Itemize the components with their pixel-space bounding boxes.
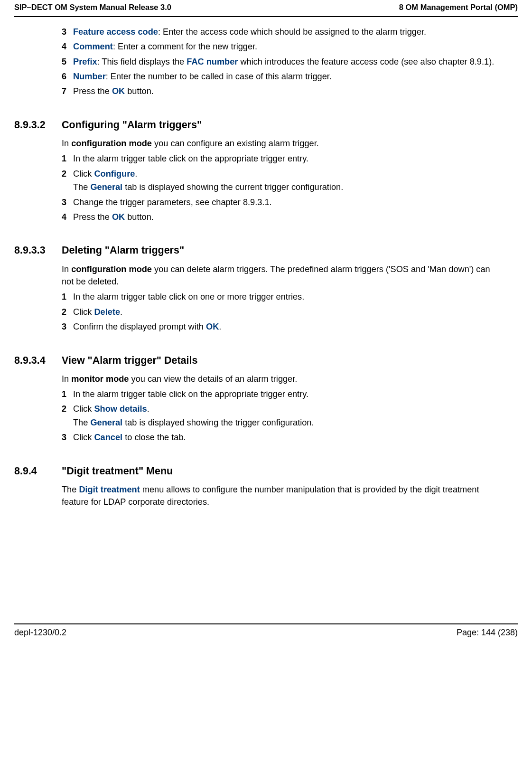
- section-heading: 8.9.3.4 View "Alarm trigger" Details: [14, 353, 504, 368]
- section-number: 8.9.4: [14, 464, 62, 479]
- text: button.: [125, 86, 154, 96]
- term-prefix: Prefix: [73, 57, 97, 66]
- section-intro: In configuration mode you can delete ala…: [62, 263, 504, 288]
- term-digit-treatment: Digit treatment: [79, 485, 140, 494]
- text: : Enter a comment for the new trigger.: [113, 42, 257, 51]
- list-item: 4 Press the OK button.: [62, 211, 504, 223]
- section-heading: 8.9.4 "Digit treatment" Menu: [14, 464, 504, 479]
- text: Press the: [73, 86, 112, 96]
- text: which introduces the feature access code…: [238, 57, 494, 66]
- text: tab is displayed showing the current tri…: [122, 182, 343, 192]
- text: Click: [73, 404, 94, 414]
- list-item: 2 Click Show details. The General tab is…: [62, 403, 504, 429]
- section-intro: In configuration mode you can configure …: [62, 137, 504, 150]
- term-monitor-mode: monitor mode: [71, 374, 129, 384]
- text: : This field displays the: [97, 57, 187, 66]
- list-body: Comment: Enter a comment for the new tri…: [73, 40, 504, 53]
- section-number: 8.9.3.4: [14, 353, 62, 368]
- text: you can configure an existing alarm trig…: [152, 139, 319, 148]
- list-number: 4: [62, 40, 73, 53]
- list-number: 5: [62, 56, 73, 68]
- list-number: 2: [62, 306, 73, 318]
- text: .: [147, 404, 149, 414]
- term-comment: Comment: [73, 42, 113, 51]
- term-feature-access-code: Feature access code: [73, 27, 158, 37]
- text: button.: [125, 212, 154, 222]
- list-body: In the alarm trigger table click on the …: [73, 388, 504, 400]
- list-body: In the alarm trigger table click on one …: [73, 291, 504, 303]
- list-item: 2 Click Delete.: [62, 306, 504, 318]
- text: you can view the details of an alarm tri…: [129, 374, 297, 384]
- text: Press the: [73, 212, 112, 222]
- list-number: 7: [62, 85, 73, 97]
- list-number: 3: [62, 196, 73, 208]
- section-intro: In monitor mode you can view the details…: [62, 373, 504, 385]
- term-config-mode: configuration mode: [71, 264, 152, 274]
- footer-rule: [14, 623, 518, 624]
- list-item: 3 Click Cancel to close the tab.: [62, 431, 504, 443]
- footer-left: depl-1230/0.2: [14, 626, 66, 639]
- sub-text: The General tab is displayed showing the…: [73, 181, 504, 193]
- list-item: 3 Feature access code: Enter the access …: [62, 26, 504, 38]
- term-cancel: Cancel: [94, 433, 122, 442]
- text: .: [219, 322, 221, 331]
- list-number: 3: [62, 321, 73, 333]
- list-item: 4 Comment: Enter a comment for the new t…: [62, 40, 504, 53]
- list-item: 7 Press the OK button.: [62, 85, 504, 97]
- text: The: [73, 182, 90, 192]
- list-body: Click Show details. The General tab is d…: [73, 403, 504, 429]
- list-body: Press the OK button.: [73, 85, 504, 97]
- list-item: 6 Number: Enter the number to be called …: [62, 70, 504, 83]
- list-item: 1 In the alarm trigger table click on on…: [62, 291, 504, 303]
- text: In: [62, 139, 71, 148]
- term-general: General: [90, 182, 122, 192]
- term-delete: Delete: [94, 307, 120, 317]
- section-number: 8.9.3.2: [14, 118, 62, 132]
- list-number: 3: [62, 26, 73, 38]
- text: tab is displayed showing the trigger con…: [122, 418, 314, 427]
- list-body: Click Configure. The General tab is disp…: [73, 168, 504, 194]
- list-body: Press the OK button.: [73, 211, 504, 223]
- text: In: [62, 374, 71, 384]
- text: : Enter the number to be called in case …: [106, 72, 332, 81]
- list-body: Confirm the displayed prompt with OK.: [73, 321, 504, 333]
- list-number: 1: [62, 152, 73, 165]
- list-body: In the alarm trigger table click on the …: [73, 152, 504, 165]
- list-number: 1: [62, 388, 73, 400]
- section-heading: 8.9.3.2 Configuring "Alarm triggers": [14, 118, 504, 132]
- section-title: Configuring "Alarm triggers": [62, 118, 504, 132]
- list-body: Click Cancel to close the tab.: [73, 431, 504, 443]
- list-item: 5 Prefix: This field displays the FAC nu…: [62, 56, 504, 68]
- list-number: 4: [62, 211, 73, 223]
- text: Confirm the displayed prompt with: [73, 322, 206, 331]
- list-body: Feature access code: Enter the access co…: [73, 26, 504, 38]
- list-body: Number: Enter the number to be called in…: [73, 70, 504, 83]
- list-item: 1 In the alarm trigger table click on th…: [62, 388, 504, 400]
- list-number: 1: [62, 291, 73, 303]
- section-heading: 8.9.3.3 Deleting "Alarm triggers": [14, 243, 504, 258]
- list-number: 2: [62, 403, 73, 429]
- text: to close the tab.: [122, 433, 186, 442]
- text: .: [135, 169, 137, 179]
- page-header: SIP–DECT OM System Manual Release 3.0 8 …: [14, 2, 518, 15]
- text: The: [73, 418, 90, 427]
- sub-text: The General tab is displayed showing the…: [73, 416, 504, 429]
- header-right: 8 OM Management Portal (OMP): [399, 2, 518, 13]
- text: .: [120, 307, 122, 317]
- text: In: [62, 264, 71, 274]
- body-content: 3 Feature access code: Enter the access …: [14, 26, 518, 606]
- section-title: Deleting "Alarm triggers": [62, 243, 504, 258]
- text: The: [62, 485, 79, 494]
- term-show-details: Show details: [94, 404, 147, 414]
- section-title: "Digit treatment" Menu: [62, 464, 504, 479]
- list-item: 2 Click Configure. The General tab is di…: [62, 168, 504, 194]
- list-item: 3 Confirm the displayed prompt with OK.: [62, 321, 504, 333]
- list-number: 3: [62, 431, 73, 443]
- text: Click: [73, 307, 94, 317]
- header-left: SIP–DECT OM System Manual Release 3.0: [14, 2, 171, 13]
- page-footer: depl-1230/0.2 Page: 144 (238): [14, 626, 518, 644]
- term-ok: OK: [206, 322, 219, 331]
- term-number: Number: [73, 72, 106, 81]
- section-title: View "Alarm trigger" Details: [62, 353, 504, 368]
- header-rule: [14, 16, 518, 17]
